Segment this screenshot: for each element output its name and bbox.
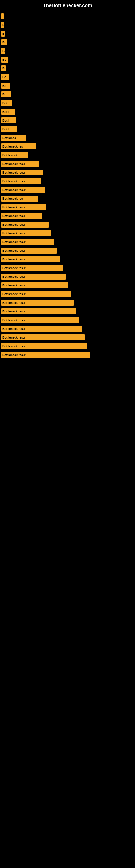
bar-row: Bottleneck result	[1, 351, 132, 359]
bar-row: Bottleneck result	[1, 308, 132, 315]
bar-row: Bottleneck result	[1, 238, 132, 246]
bar-label-14: Bottlenec	[2, 136, 16, 140]
bar-35: Bottleneck result	[1, 317, 79, 323]
bar-label-2: B	[2, 32, 5, 35]
bar-1: B	[1, 22, 4, 28]
bar-row: Bottleneck	[1, 151, 132, 159]
bar-label-25: Bottleneck result	[2, 231, 27, 235]
bar-label-21: Bottleneck res	[2, 197, 23, 200]
bar-label-32: Bottleneck result	[2, 292, 27, 296]
bar-label-26: Bottleneck result	[2, 240, 27, 244]
bar-2: B	[1, 31, 5, 37]
bar-row: Bottlenec	[1, 134, 132, 142]
bar-28: Bottleneck result	[1, 256, 60, 262]
bar-label-20: Bottleneck result	[2, 188, 27, 191]
bar-23: Bottleneck resu	[1, 213, 42, 219]
bar-label-22: Bottleneck result	[2, 206, 27, 209]
bar-row: Bottleneck result	[1, 264, 132, 272]
bar-32: Bottleneck result	[1, 291, 71, 297]
bar-label-18: Bottleneck result	[2, 171, 27, 174]
bar-row: Bottleneck result	[1, 169, 132, 176]
bar-row: Bo	[1, 56, 132, 63]
bar-25: Bottleneck result	[1, 230, 51, 236]
bar-label-7: Bo	[2, 75, 6, 79]
bar-label-1: B	[2, 23, 4, 27]
bar-12: Bottl	[1, 118, 16, 123]
bar-9: Bo	[1, 91, 11, 97]
bar-24: Bottleneck result	[1, 222, 49, 227]
bar-label-27: Bottleneck result	[2, 249, 27, 252]
bar-27: Bottleneck result	[1, 248, 57, 254]
bar-20: Bottleneck result	[1, 187, 45, 193]
bar-5: Bo	[1, 57, 8, 63]
bar-17: Bottleneck resu	[1, 161, 39, 167]
bars-container: BBBoBBoBBoBoBoBotBottlBottlBottlBottlene…	[0, 10, 135, 362]
bar-30: Bottleneck result	[1, 274, 65, 280]
bar-39: Bottleneck result	[1, 352, 90, 358]
bar-label-9: Bo	[2, 93, 6, 96]
bar-row: B	[1, 65, 132, 72]
bar-row: Bot	[1, 99, 132, 107]
bar-row: Bo	[1, 91, 132, 98]
bar-19: Bottleneck resu	[1, 178, 41, 184]
bar-label-31: Bottleneck result	[2, 284, 27, 287]
bar-label-12: Bottl	[2, 119, 9, 122]
bar-label-34: Bottleneck result	[2, 310, 27, 313]
bar-row: Bo	[1, 38, 132, 46]
bar-7: Bo	[1, 74, 9, 80]
bar-row: Bottleneck result	[1, 186, 132, 194]
bar-row: Bottl	[1, 117, 132, 124]
bar-row: Bottleneck res	[1, 195, 132, 203]
bar-row: Bottleneck result	[1, 221, 132, 228]
bar-label-13: Bottl	[2, 127, 9, 131]
bar-row: Bottleneck result	[1, 255, 132, 263]
bar-row: Bottleneck result	[1, 325, 132, 333]
bar-21: Bottleneck res	[1, 195, 38, 202]
bar-34: Bottleneck result	[1, 308, 77, 314]
bar-label-4: B	[2, 50, 5, 53]
bar-4: B	[1, 48, 5, 54]
bar-label-35: Bottleneck result	[2, 318, 27, 322]
bar-26: Bottleneck result	[1, 239, 54, 245]
bar-row: Bottleneck result	[1, 273, 132, 280]
bar-row: Bo	[1, 82, 132, 90]
bar-13: Bottl	[1, 126, 17, 132]
bar-label-5: Bo	[2, 58, 6, 61]
bar-label-28: Bottleneck result	[2, 258, 27, 261]
bar-row: Bottleneck result	[1, 342, 132, 350]
bar-row: Bottleneck result	[1, 282, 132, 289]
bar-row: Bottleneck resu	[1, 160, 132, 167]
bar-label-15: Bottleneck res	[2, 145, 23, 148]
bar-22: Bottleneck result	[1, 204, 46, 210]
bar-label-8: Bo	[2, 84, 6, 87]
bar-row: Bottleneck result	[1, 247, 132, 254]
bar-38: Bottleneck result	[1, 343, 87, 349]
bar-14: Bottlenec	[1, 135, 26, 141]
bar-label-39: Bottleneck result	[2, 353, 27, 356]
bar-label-6: B	[2, 67, 5, 70]
bar-row: Bottleneck result	[1, 290, 132, 298]
bar-row	[1, 12, 132, 20]
bar-row: Bottleneck result	[1, 299, 132, 307]
bar-row: Bo	[1, 73, 132, 81]
bar-29: Bottleneck result	[1, 265, 63, 271]
bar-31: Bottleneck result	[1, 282, 68, 288]
bar-36: Bottleneck result	[1, 326, 82, 332]
bar-37: Bottleneck result	[1, 335, 85, 340]
bar-label-29: Bottleneck result	[2, 267, 27, 270]
bar-8: Bo	[1, 83, 10, 89]
bar-10: Bot	[1, 100, 12, 106]
bar-row: Bottleneck result	[1, 334, 132, 341]
bar-label-37: Bottleneck result	[2, 336, 27, 339]
bar-18: Bottleneck result	[1, 169, 43, 176]
bar-row: Bottl	[1, 125, 132, 133]
bar-row: Bottleneck result	[1, 229, 132, 237]
bar-label-23: Bottleneck resu	[2, 214, 25, 218]
bar-label-11: Bottl	[2, 110, 9, 113]
bar-row: B	[1, 21, 132, 29]
site-title: TheBottlenecker.com	[0, 0, 135, 10]
bar-row: Bottleneck resu	[1, 212, 132, 220]
bar-3: Bo	[1, 39, 7, 45]
bar-row: Bottleneck result	[1, 316, 132, 324]
bar-33: Bottleneck result	[1, 300, 74, 306]
